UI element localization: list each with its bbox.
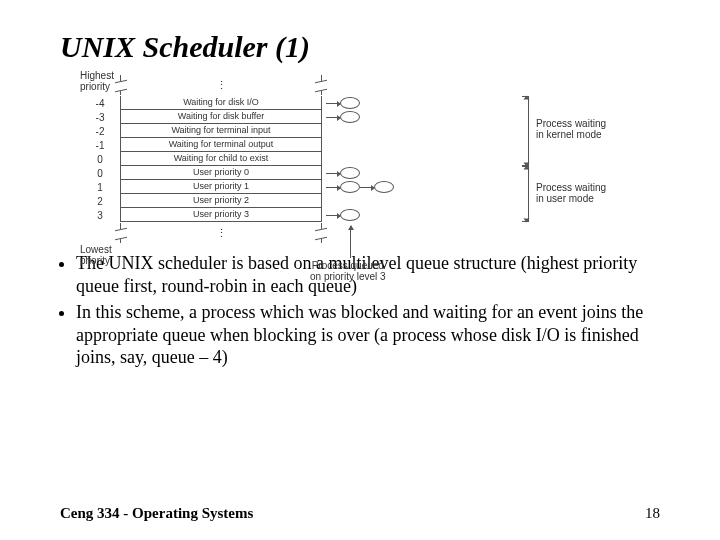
kernel-mode-label: Process waiting in kernel mode [536, 118, 606, 140]
queue-gap-bottom: ⋮ [120, 223, 322, 243]
queue-label: Waiting for disk I/O [120, 96, 322, 110]
chain-link-icon [326, 215, 340, 216]
process-chain [326, 209, 360, 221]
chain-link-icon [326, 117, 340, 118]
queue-row: 0User priority 0 [80, 166, 640, 180]
queue-label: User priority 3 [120, 208, 322, 222]
queue-label: Waiting for terminal output [120, 138, 322, 152]
queue-label: User priority 0 [120, 166, 322, 180]
process-chain [326, 97, 360, 109]
process-node-icon [340, 111, 360, 123]
bracket-kernel-mode [522, 96, 529, 166]
chain-link-icon [326, 187, 340, 188]
process-queued-label: Process queued on priority level 3 [310, 260, 386, 282]
priority-number: -3 [80, 112, 120, 123]
footer-course: Ceng 334 - Operating Systems [60, 505, 253, 522]
priority-number: 1 [80, 182, 120, 193]
process-chain [326, 111, 360, 123]
priority-number: 2 [80, 196, 120, 207]
queue-label: Waiting for child to exist [120, 152, 322, 166]
highest-priority-label: Highest priority [80, 70, 114, 92]
queue-label: User priority 1 [120, 180, 322, 194]
process-node-icon [340, 167, 360, 179]
process-node-icon [340, 97, 360, 109]
priority-number: -1 [80, 140, 120, 151]
queue-row: -1Waiting for terminal output [80, 138, 640, 152]
priority-number: -2 [80, 126, 120, 137]
footer-page-number: 18 [645, 505, 660, 522]
queue-gap-top: ⋮ [120, 75, 322, 95]
user-mode-label: Process waiting in user mode [536, 182, 606, 204]
lowest-priority-label: Lowest priority [80, 244, 112, 266]
process-chain [326, 181, 394, 193]
queue-row: -4Waiting for disk I/O [80, 96, 640, 110]
priority-number: -4 [80, 98, 120, 109]
chain-link-icon [326, 173, 340, 174]
bracket-user-mode [522, 166, 529, 222]
process-chain [326, 167, 360, 179]
chain-link-icon [360, 187, 374, 188]
arrow-process-queued [350, 226, 351, 258]
chain-link-icon [326, 103, 340, 104]
queue-row: 3User priority 3 [80, 208, 640, 222]
queue-label: User priority 2 [120, 194, 322, 208]
queue-label: Waiting for terminal input [120, 124, 322, 138]
process-node-icon [340, 181, 360, 193]
bullet-item: In this scheme, a process which was bloc… [76, 301, 670, 369]
queue-row: 0Waiting for child to exist [80, 152, 640, 166]
scheduler-diagram: Highest priority ⋮ -4Waiting for disk I/… [80, 74, 640, 244]
queue-label: Waiting for disk buffer [120, 110, 322, 124]
process-node-icon [340, 209, 360, 221]
process-node-icon [374, 181, 394, 193]
priority-number: 0 [80, 168, 120, 179]
priority-number: 3 [80, 210, 120, 221]
slide-title: UNIX Scheduler (1) [60, 30, 670, 64]
priority-number: 0 [80, 154, 120, 165]
